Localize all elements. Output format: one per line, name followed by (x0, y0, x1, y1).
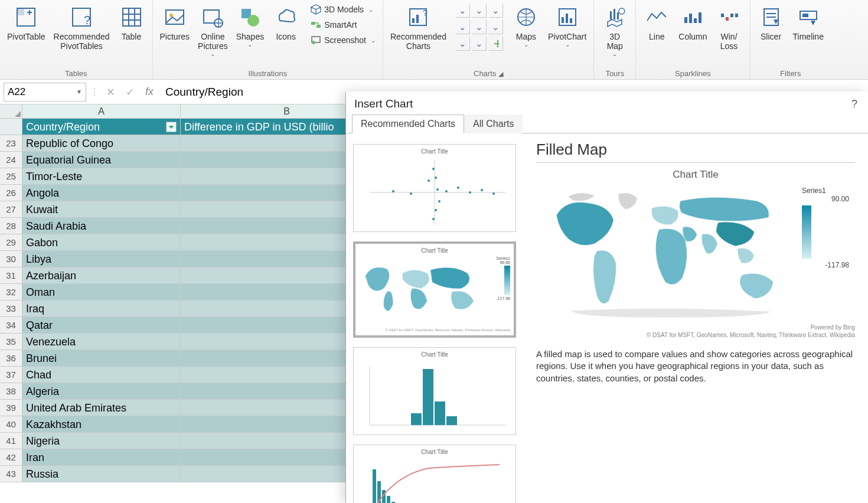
cell-country[interactable]: Algeria (22, 383, 181, 400)
recommended-charts-button[interactable]: ? Recommended Charts (388, 2, 449, 52)
pivotchart-icon (554, 4, 581, 31)
cell-country[interactable]: Qatar (22, 317, 181, 334)
dialog-help-button[interactable]: ? (851, 98, 857, 110)
row-header[interactable]: 32 (0, 284, 22, 301)
chart-type-scatter-button[interactable]: ⌄ (472, 37, 487, 51)
cell-country[interactable]: Saudi Arabia (22, 218, 181, 234)
pivottable-button[interactable]: PivotTable (5, 2, 48, 43)
cell-country[interactable]: Russia (22, 466, 181, 482)
cell-country[interactable]: Iran (22, 449, 181, 466)
column-header-A[interactable]: A (22, 104, 181, 119)
cell-country[interactable]: Republic of Congo (22, 135, 181, 152)
icons-button[interactable]: Icons (270, 2, 302, 43)
row-header[interactable]: 30 (0, 251, 22, 267)
online-pictures-button[interactable]: Online Pictures ⌄ (195, 2, 230, 59)
row-header[interactable]: 36 (0, 350, 22, 367)
sparkline-column-button[interactable]: Column (676, 2, 709, 43)
row-header[interactable]: 29 (0, 234, 22, 251)
cancel-formula-icon[interactable]: ✕ (106, 86, 115, 99)
pictures-label: Pictures (160, 32, 190, 41)
shapes-button[interactable]: Shapes ⌄ (234, 2, 266, 50)
cell-country[interactable]: Libya (22, 251, 181, 267)
svg-point-68 (410, 192, 412, 195)
chart-title: Chart Title (536, 169, 855, 181)
header-cell-country[interactable]: Country/Region (22, 119, 181, 135)
table-button[interactable]: Table (116, 2, 148, 43)
3d-map-button[interactable]: 3D Map⌄ (599, 2, 631, 59)
fx-icon[interactable]: fx (145, 86, 154, 98)
chart-thumb-pareto[interactable]: Chart Title (353, 445, 516, 503)
timeline-button[interactable]: Timeline (791, 2, 826, 43)
cell-country[interactable]: Equatorial Guinea (22, 152, 181, 168)
cell-country[interactable]: Gabon (22, 234, 181, 251)
row-header[interactable]: 33 (0, 301, 22, 317)
slicer-button[interactable]: Slicer (755, 2, 787, 43)
filter-dropdown-icon[interactable] (166, 122, 177, 132)
row-header[interactable]: 31 (0, 267, 22, 284)
pictures-button[interactable]: Pictures (158, 2, 192, 43)
cell-country[interactable]: Azerbaijan (22, 267, 181, 284)
chart-preview-pane: Filled Map Chart Title (523, 133, 868, 503)
smartart-button[interactable]: SmartArt (308, 18, 378, 32)
cell-country[interactable]: Iraq (22, 301, 181, 317)
charts-dialog-launcher[interactable]: ◢ (498, 70, 503, 77)
tab-recommended-charts[interactable]: Recommended Charts (352, 115, 464, 133)
cell-country[interactable]: Nigeria (22, 433, 181, 449)
row-header[interactable]: 40 (0, 416, 22, 433)
row-header[interactable]: 42 (0, 449, 22, 466)
chart-preview[interactable]: Chart Title (536, 169, 855, 339)
select-all-corner[interactable] (0, 104, 22, 119)
row-header[interactable]: 38 (0, 383, 22, 400)
row-header[interactable]: 28 (0, 218, 22, 234)
screenshot-button[interactable]: Screenshot⌄ (308, 33, 378, 47)
ribbon-group-sparklines: Line Column Win/ Loss Sparklines (636, 0, 750, 79)
chevron-down-icon: ▼ (76, 89, 82, 95)
recommended-pivottables-button[interactable]: ? Recommended PivotTables (51, 2, 112, 52)
chart-thumb-histogram[interactable]: Chart Title (353, 347, 516, 435)
row-header[interactable]: 25 (0, 168, 22, 185)
chart-type-waterfall-button[interactable]: ⌄ (489, 4, 503, 18)
enter-formula-icon[interactable]: ✓ (126, 86, 135, 99)
pivotchart-button[interactable]: PivotChart ⌄ (546, 2, 589, 50)
chart-type-surface-button[interactable] (489, 37, 503, 51)
sparkline-winloss-button[interactable]: Win/ Loss (713, 2, 745, 52)
svg-point-76 (445, 190, 448, 192)
chart-type-combo-button[interactable]: ⌄ (489, 20, 503, 34)
pictures-icon (161, 4, 188, 31)
row-header[interactable]: 39 (0, 400, 22, 416)
cell-country[interactable]: United Arab Emirates (22, 400, 181, 416)
timeline-icon (795, 4, 822, 31)
chart-type-column-button[interactable]: ⌄ (456, 4, 470, 18)
cell-country[interactable]: Kazakhstan (22, 416, 181, 433)
chart-type-hierarchy-button[interactable]: ⌄ (472, 4, 487, 18)
cell-country[interactable]: Oman (22, 284, 181, 301)
name-box[interactable]: A22 ▼ (4, 83, 86, 102)
chart-type-pie-button[interactable]: ⌄ (456, 37, 470, 51)
maps-button[interactable]: Maps ⌄ (510, 2, 542, 50)
chart-type-line-button[interactable]: ⌄ (456, 20, 470, 34)
row-header[interactable]: 34 (0, 317, 22, 334)
row-header[interactable]: 43 (0, 466, 22, 482)
cell-country[interactable]: Brunei (22, 350, 181, 367)
row-header[interactable]: 35 (0, 334, 22, 350)
tab-all-charts[interactable]: All Charts (464, 115, 523, 133)
row-header[interactable]: 37 (0, 367, 22, 383)
svg-rect-85 (446, 416, 457, 425)
row-header[interactable]: 24 (0, 152, 22, 168)
cell-country[interactable]: Venezuela (22, 334, 181, 350)
row-header[interactable] (0, 119, 22, 135)
cell-country[interactable]: Angola (22, 185, 181, 201)
chart-thumb-filled-map[interactable]: Chart Title Series1 (353, 241, 516, 338)
chart-type-statistic-button[interactable]: ⌄ (472, 20, 487, 34)
cell-country[interactable]: Chad (22, 367, 181, 383)
icons-icon (272, 4, 299, 31)
3d-models-button[interactable]: 3D Models⌄ (308, 2, 378, 17)
sparkline-line-button[interactable]: Line (641, 2, 673, 43)
row-header[interactable]: 26 (0, 185, 22, 201)
chart-thumb-scatter[interactable]: Chart Title (353, 144, 516, 232)
cell-country[interactable]: Timor-Leste (22, 168, 181, 185)
row-header[interactable]: 23 (0, 135, 22, 152)
row-header[interactable]: 41 (0, 433, 22, 449)
row-header[interactable]: 27 (0, 201, 22, 218)
cell-country[interactable]: Kuwait (22, 201, 181, 218)
